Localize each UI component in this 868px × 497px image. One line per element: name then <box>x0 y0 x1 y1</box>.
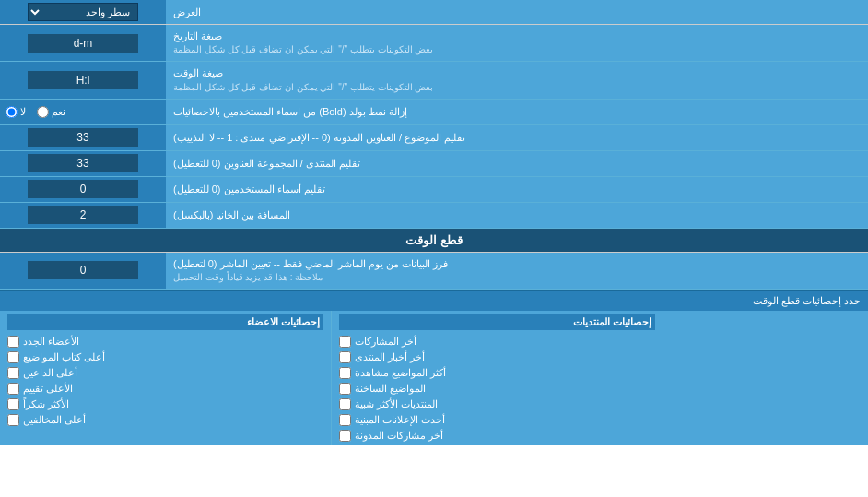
display-select[interactable]: سطر واحد سطرين ثلاثة أسطر <box>28 3 138 21</box>
stats-label-col <box>663 311 868 445</box>
cb-item-2: أخر أخبار المنتدى <box>339 351 655 363</box>
date-input-area <box>0 25 166 61</box>
cb-member-3: أعلى الداعين <box>7 367 323 379</box>
display-label: العرض <box>166 0 868 24</box>
forum-row: تقليم المنتدى / المجموعة العناوين (0 للت… <box>0 151 868 177</box>
cb-item-5: المنتديات الأكثر شبية <box>339 398 655 410</box>
display-input-area: سطر واحد سطرين ثلاثة أسطر <box>0 0 166 24</box>
cb-member-6: أعلى المخالفين <box>7 414 323 426</box>
cut-time-row: فرز البيانات من يوم الماشر الماضي فقط --… <box>0 253 868 290</box>
date-input[interactable] <box>28 34 138 53</box>
spacing-row: المسافة بين الخانيا (بالبكسل) <box>0 203 868 229</box>
checkboxes-grid: إحصائيات المنتديات أخر المشاركات أخر أخب… <box>0 311 868 445</box>
cb-item-3: أكثر المواضيع مشاهدة <box>339 367 655 379</box>
spacing-label: المسافة بين الخانيا (بالبكسل) <box>166 203 868 228</box>
forum-stats-title: إحصائيات المنتديات <box>339 314 655 330</box>
display-row: العرض سطر واحد سطرين ثلاثة أسطر <box>0 0 868 25</box>
time-input-area <box>0 62 166 98</box>
cb-forum-1[interactable] <box>339 336 351 348</box>
member-stats-col: إحصائيات الاعضاء الأعضاء الجدد أعلى كتاب… <box>0 311 331 445</box>
main-container: العرض سطر واحد سطرين ثلاثة أسطر صيغة الت… <box>0 0 868 445</box>
cb-member-2: أعلى كتاب المواضيع <box>7 351 323 363</box>
time-label: صيغة الوقت بعض التكوينات يتطلب "/" التي … <box>166 62 868 98</box>
topics-row: تقليم الموضوع / العناوين المدونة (0 -- ا… <box>0 125 868 151</box>
forum-input[interactable] <box>28 154 138 172</box>
cb-member-1: الأعضاء الجدد <box>7 336 323 348</box>
bold-radio-no[interactable]: لا <box>6 106 26 118</box>
cb-member-cb-4[interactable] <box>7 383 19 395</box>
time-row: صيغة الوقت بعض التكوينات يتطلب "/" التي … <box>0 62 868 99</box>
date-row: صيغة التاريخ بعض التكوينات يتطلب "/" الت… <box>0 25 868 62</box>
bold-row: إزالة نمط بولد (Bold) من اسماء المستخدمي… <box>0 100 868 125</box>
cut-time-section-header: قطع الوقت <box>0 229 868 253</box>
cb-member-4: الأعلى تقييم <box>7 383 323 395</box>
users-input-area <box>0 177 166 202</box>
spacing-input[interactable] <box>28 206 138 224</box>
cb-forum-4[interactable] <box>339 383 351 395</box>
cb-member-cb-6[interactable] <box>7 414 19 426</box>
cb-item-7: أخر مشاركات المدونة <box>339 430 655 442</box>
users-row: تقليم أسماء المستخدمين (0 للتعطيل) <box>0 177 868 203</box>
bold-label: إزالة نمط بولد (Bold) من اسماء المستخدمي… <box>166 100 868 124</box>
cb-member-cb-3[interactable] <box>7 367 19 379</box>
cut-time-label: فرز البيانات من يوم الماشر الماضي فقط --… <box>166 253 868 289</box>
topics-input-area <box>0 125 166 150</box>
cb-forum-7[interactable] <box>339 430 351 442</box>
users-label: تقليم أسماء المستخدمين (0 للتعطيل) <box>166 177 868 202</box>
cb-forum-2[interactable] <box>339 351 351 363</box>
cb-member-cb-1[interactable] <box>7 336 19 348</box>
forum-input-area <box>0 151 166 176</box>
spacing-input-area <box>0 203 166 228</box>
time-input[interactable] <box>28 71 138 89</box>
cb-member-cb-2[interactable] <box>7 351 19 363</box>
topics-label: تقليم الموضوع / العناوين المدونة (0 -- ا… <box>166 125 868 150</box>
cb-forum-3[interactable] <box>339 367 351 379</box>
date-label: صيغة التاريخ بعض التكوينات يتطلب "/" الت… <box>166 25 868 61</box>
cb-item-6: أحدث الإعلانات المبنية <box>339 414 655 426</box>
checkboxes-header: حدد إحصائيات قطع الوقت <box>0 291 868 311</box>
cut-time-input[interactable] <box>28 261 138 279</box>
cb-item-4: المواضيع الساخنة <box>339 383 655 395</box>
cb-member-cb-5[interactable] <box>7 398 19 410</box>
cb-forum-6[interactable] <box>339 414 351 426</box>
bold-radio-yes[interactable]: نعم <box>37 106 65 118</box>
member-stats-title: إحصائيات الاعضاء <box>7 314 323 330</box>
cb-member-5: الأكثر شكراً <box>7 398 323 410</box>
topics-input[interactable] <box>28 128 138 147</box>
forum-stats-col: إحصائيات المنتديات أخر المشاركات أخر أخب… <box>331 311 663 445</box>
bold-radio-area: نعم لا <box>0 100 166 124</box>
cb-forum-5[interactable] <box>339 398 351 410</box>
cut-time-input-area <box>0 253 166 289</box>
checkboxes-section: حدد إحصائيات قطع الوقت إحصائيات المنتديا… <box>0 290 868 445</box>
users-input[interactable] <box>28 180 138 198</box>
forum-label: تقليم المنتدى / المجموعة العناوين (0 للت… <box>166 151 868 176</box>
cb-item-1: أخر المشاركات <box>339 336 655 348</box>
